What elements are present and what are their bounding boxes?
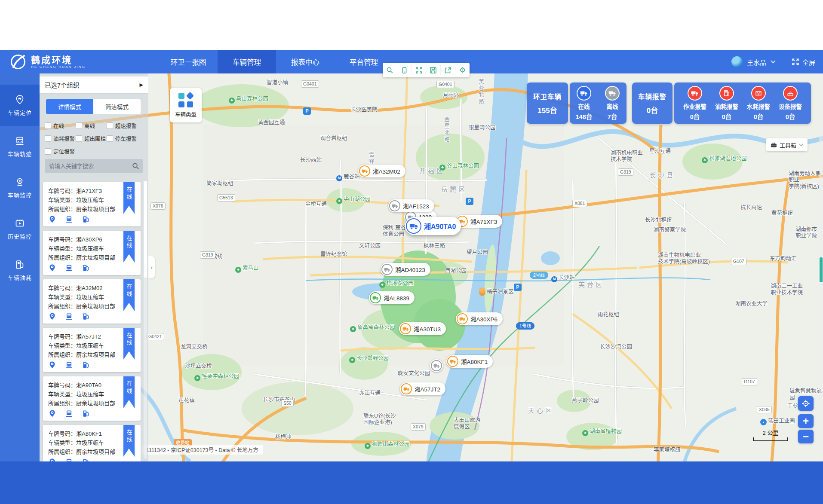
map-label: 长沙西站 [300, 157, 322, 164]
locate-vehicle-icon[interactable] [48, 361, 56, 369]
filter-checkbox[interactable]: 停车报警 [107, 134, 144, 143]
panel-scrollbar-thumb[interactable] [144, 181, 147, 278]
map-canvas[interactable] [40, 73, 823, 461]
map-container[interactable]: 智道小镇乌山森林公园长沙医学院月亮岛银星湾公园黄金园互通观音岩枢纽金星北路芙蓉北… [40, 73, 823, 461]
vehicle-marker[interactable]: 湘A71XF3 [456, 215, 502, 228]
vehicle-card-actions [48, 215, 135, 223]
map-label: 长沙县 [649, 172, 675, 178]
locate-vehicle-icon[interactable] [48, 312, 56, 321]
vehicle-marker[interactable]: 湘AF1523 [388, 199, 434, 212]
filter-checkbox[interactable]: 油耗报警 [45, 134, 76, 143]
checkbox-icon[interactable] [107, 135, 113, 142]
vehicle-marker[interactable]: 湘A30TU3 [399, 322, 446, 335]
map-measure-icon[interactable] [397, 65, 412, 75]
vehicle-card[interactable]: 车牌号码：湘A71XF3 车辆类型：垃圾压缩车 所属组织：厨余垃圾项目部 在线 [43, 182, 141, 226]
vehicle-type: 垃圾压缩车 [76, 440, 104, 446]
checkbox-icon[interactable] [45, 122, 51, 129]
vehicle-card[interactable]: 车牌号码：湘A90TA0 车辆类型：垃圾压缩车 所属组织：厨余垃圾项目部 在线 [43, 376, 141, 421]
vehicle-marker-label: 湘A30XP6 [468, 315, 502, 323]
checkbox-icon[interactable] [76, 122, 82, 129]
filter-checkbox[interactable]: 在线 [45, 122, 76, 130]
map-road-badge: 2号线 [530, 272, 548, 279]
filter-checkbox[interactable]: 离线 [76, 122, 107, 130]
search-icon[interactable] [132, 162, 139, 170]
track-vehicle-icon[interactable] [65, 409, 73, 418]
zoom-out-button[interactable]: − [798, 430, 814, 443]
left-sidebar: 车辆定位 车辆轨迹 车辆监控 历史监控 [0, 73, 40, 461]
map-road-badge: G319 [200, 251, 215, 259]
mode-simple-button[interactable]: 简洁模式 [93, 99, 141, 114]
page-scrollbar-thumb[interactable] [820, 257, 823, 282]
locate-vehicle-icon[interactable] [48, 264, 56, 272]
locate-button[interactable] [798, 396, 814, 411]
vehicle-list[interactable]: 车牌号码：湘A71XF3 车辆类型：垃圾压缩车 所属组织：厨余垃圾项目部 在线 … [40, 179, 148, 461]
vehicle-marker[interactable] [430, 359, 443, 372]
vehicle-marker[interactable]: 湘A80KF1 [446, 355, 493, 368]
fuel-vehicle-icon[interactable] [82, 361, 90, 369]
locate-vehicle-icon[interactable] [48, 215, 56, 223]
vehicle-marker[interactable]: 湘A57JT2 [400, 382, 445, 395]
sidebar-item-vehicle-track[interactable]: 车辆轨迹 [0, 126, 40, 167]
track-vehicle-icon[interactable] [65, 312, 73, 321]
zoom-in-button[interactable]: + [798, 414, 814, 428]
page-scrollbar[interactable] [819, 73, 823, 461]
vehicle-marker[interactable]: 湘A32M02 [358, 165, 405, 177]
map-expand-icon[interactable] [412, 65, 427, 75]
chevron-down-icon[interactable] [771, 60, 776, 64]
search-input[interactable] [48, 162, 132, 170]
toolbox-button[interactable]: 工具箱 [766, 138, 808, 151]
map-settings-gear-icon[interactable]: ⚙ [455, 65, 470, 75]
map-label: 索马山 [235, 265, 259, 273]
logo-subtitle: HE CHENG HUAN JING [31, 65, 86, 69]
track-vehicle-icon[interactable] [65, 361, 73, 369]
fuel-vehicle-icon[interactable] [82, 458, 90, 461]
filter-checkbox[interactable]: 超速报警 [107, 122, 144, 130]
map-label: 芙蓉北路 [477, 79, 484, 105]
nav-tab[interactable]: 车辆管理 [218, 50, 276, 73]
nav-tab[interactable]: 环卫一张图 [159, 50, 218, 73]
mode-detail-button[interactable]: 详情模式 [46, 99, 93, 114]
panel-collapse-button[interactable]: ‹ [148, 256, 155, 278]
filter-checkbox[interactable]: 定位报警 [45, 147, 76, 156]
vehicle-card[interactable]: 车牌号码：湘A80KF1 车辆类型：垃圾压缩车 所属组织：厨余垃圾项目部 在线 [43, 425, 141, 461]
fuel-vehicle-icon[interactable] [82, 312, 90, 321]
vehicle-marker[interactable]: 湘A90TA0 [405, 217, 461, 235]
panel-scrollbar[interactable] [144, 181, 147, 458]
sidebar-item-vehicle-location[interactable]: 车辆定位 [0, 85, 40, 126]
fuel-vehicle-icon[interactable] [82, 264, 90, 272]
vehicle-marker[interactable]: 湘AD40123 [381, 263, 430, 276]
nav-tab[interactable]: 报表中心 [276, 50, 335, 73]
sidebar-item-vehicle-fuel[interactable]: 车辆油耗 [0, 250, 40, 291]
checkbox-icon[interactable] [76, 135, 82, 142]
vehicle-type: 垃圾压缩车 [76, 294, 104, 300]
fuel-vehicle-icon[interactable] [82, 215, 90, 223]
locate-vehicle-icon[interactable] [48, 458, 56, 461]
map-label: 联东U谷(长沙 国际企业港) [363, 413, 396, 426]
vehicle-card[interactable]: 车牌号码：湘A32M02 车辆类型：垃圾压缩车 所属组织：厨余垃圾项目部 在线 [43, 279, 141, 324]
vehicle-card[interactable]: 车牌号码：湘A57JT2 车辆类型：垃圾压缩车 所属组织：厨余垃圾项目部 在线 [43, 328, 141, 372]
user-name[interactable]: 王水晶 [747, 58, 766, 67]
checkbox-icon[interactable] [45, 135, 51, 142]
map-save-icon[interactable] [426, 65, 441, 75]
sidebar-item-vehicle-monitor[interactable]: 车辆监控 [0, 167, 40, 208]
user-avatar[interactable] [731, 56, 743, 67]
fuel-vehicle-icon[interactable] [82, 409, 90, 418]
map-zoom-search-icon[interactable] [383, 65, 397, 75]
track-vehicle-icon[interactable] [65, 458, 73, 461]
vehicle-marker[interactable]: 湘A30XP6 [456, 312, 503, 325]
vehicle-card[interactable]: 车牌号码：湘A30XP6 车辆类型：垃圾压缩车 所属组织：厨余垃圾项目部 在线 [43, 231, 141, 275]
track-vehicle-icon[interactable] [65, 264, 73, 272]
checkbox-icon[interactable] [107, 122, 113, 129]
map-share-icon[interactable] [441, 65, 455, 75]
checkbox-icon[interactable] [45, 148, 51, 155]
filter-checkbox[interactable]: 超出围栏 [76, 134, 107, 143]
vehicle-marker[interactable]: 湘AL8839 [369, 291, 415, 304]
fullscreen-button[interactable]: 全屏 [791, 58, 815, 67]
app-window: 鹤成环境 HE CHENG HUAN JING 环卫一张图车辆管理报表中心平台管… [0, 0, 823, 504]
locate-vehicle-icon[interactable] [48, 409, 56, 418]
sidebar-item-history-monitor[interactable]: 历史监控 [0, 208, 40, 250]
vehicle-type-button[interactable]: 车辆类型 [170, 88, 202, 122]
org-expand-arrow-icon[interactable]: ▶ [140, 82, 143, 88]
track-vehicle-icon[interactable] [65, 215, 73, 223]
org-selector[interactable]: 已选7个组织 ▶ [40, 76, 148, 93]
